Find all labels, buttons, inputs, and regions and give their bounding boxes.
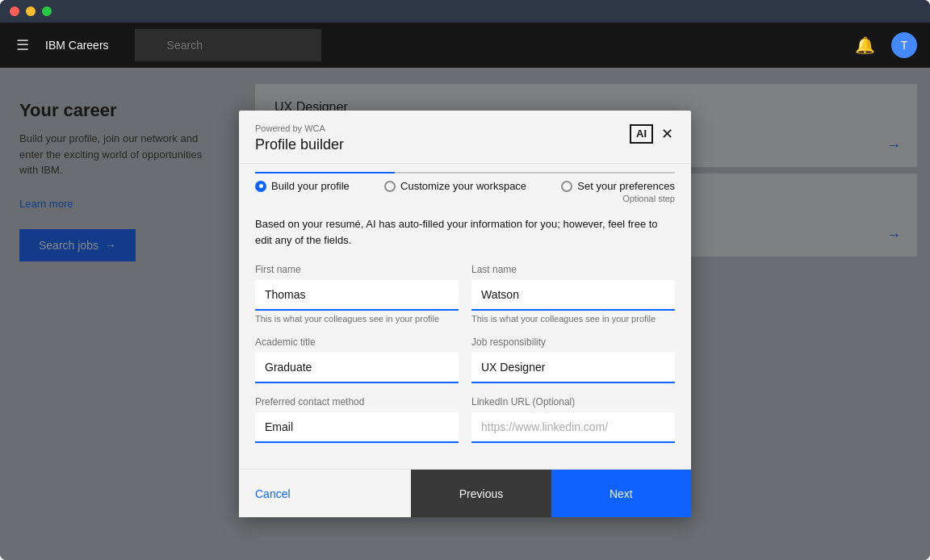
profile-builder-modal: Powered by WCA Profile builder AI ✕ — [239, 111, 691, 517]
close-button[interactable]: ✕ — [660, 123, 675, 144]
job-responsibility-group: Job responsibility — [471, 336, 675, 383]
step-1-label: Build your profile — [271, 180, 350, 192]
linkedin-label: LinkedIn URL (Optional) — [471, 396, 675, 407]
academic-title-group: Academic title — [255, 336, 459, 383]
avatar[interactable]: T — [891, 32, 917, 58]
step-1-icon — [255, 181, 266, 192]
preferred-contact-input[interactable] — [255, 412, 459, 443]
last-name-group: Last name This is what your colleagues s… — [471, 264, 675, 324]
modal-header-right: AI ✕ — [630, 123, 675, 144]
modal-title: Profile builder — [255, 136, 344, 153]
next-label: Next — [610, 487, 633, 500]
job-responsibility-label: Job responsibility — [471, 336, 675, 348]
first-name-input[interactable] — [255, 280, 459, 311]
ai-badge: AI — [630, 124, 653, 144]
modal-body: Based on your resumé, AI has auto-filled… — [239, 203, 691, 469]
notification-bell-icon[interactable]: 🔔 — [852, 32, 878, 58]
first-name-group: First name This is what your colleagues … — [255, 264, 459, 324]
modal-header: Powered by WCA Profile builder AI ✕ — [239, 111, 691, 164]
first-name-hint: This is what your colleagues see in your… — [255, 314, 459, 324]
topnav: ☰ IBM Careers 🔍 🔔 T — [0, 23, 930, 68]
last-name-hint: This is what your colleagues see in your… — [471, 314, 675, 324]
first-name-label: First name — [255, 264, 459, 275]
brand-name: IBM Careers — [45, 39, 109, 52]
modal-header-left: Powered by WCA Profile builder — [255, 123, 344, 153]
step-2-label: Customize your workspace — [400, 180, 526, 192]
step-2: Customize your workspace — [384, 180, 526, 192]
job-responsibility-input[interactable] — [471, 353, 675, 383]
step-3-icon — [561, 181, 572, 192]
academic-title-label: Academic title — [255, 336, 459, 348]
title-bar — [0, 0, 930, 23]
form-row-title-job: Academic title Job responsibility — [255, 336, 675, 383]
footer-next-section[interactable]: Next — [551, 470, 691, 517]
progress-bar — [255, 172, 675, 173]
search-wrapper: 🔍 — [135, 29, 480, 61]
main-area: Your career Build your profile, join our… — [0, 68, 930, 560]
global-search-input[interactable] — [135, 29, 321, 61]
last-name-label: Last name — [471, 264, 675, 275]
prev-label: Previous — [459, 487, 503, 500]
modal-footer: Cancel Previous Next — [239, 469, 691, 517]
steps-section: Build your profile Customize your worksp… — [239, 164, 691, 203]
academic-title-input[interactable] — [255, 353, 459, 383]
step-3-optional: Optional step — [622, 194, 675, 203]
window: ☰ IBM Careers 🔍 🔔 T Your career Build yo… — [0, 0, 930, 560]
step-3: Set your preferences Optional step — [561, 180, 675, 203]
form-row-contact-linkedin: Preferred contact method LinkedIn URL (O… — [255, 396, 675, 443]
linkedin-group: LinkedIn URL (Optional) — [471, 396, 675, 443]
last-name-input[interactable] — [471, 280, 675, 311]
dot-green[interactable] — [42, 6, 52, 16]
ai-info-text: Based on your resumé, AI has auto-filled… — [255, 216, 675, 248]
step-3-label: Set your preferences — [577, 180, 675, 192]
cancel-button[interactable]: Cancel — [255, 487, 291, 500]
powered-by-label: Powered by WCA — [255, 123, 344, 133]
footer-cancel-section: Cancel — [239, 470, 411, 517]
dot-yellow[interactable] — [26, 6, 36, 16]
menu-icon[interactable]: ☰ — [13, 33, 32, 57]
preferred-contact-label: Preferred contact method — [255, 396, 459, 407]
form-row-name: First name This is what your colleagues … — [255, 264, 675, 324]
dot-red[interactable] — [10, 6, 19, 16]
step-1: Build your profile — [255, 180, 350, 192]
step-1-inner — [259, 184, 263, 188]
modal-overlay: Powered by WCA Profile builder AI ✕ — [0, 68, 930, 560]
steps-labels: Build your profile Customize your worksp… — [255, 180, 675, 203]
progress-fill — [255, 172, 395, 173]
preferred-contact-group: Preferred contact method — [255, 396, 459, 443]
linkedin-input[interactable] — [471, 412, 675, 443]
progress-empty — [395, 172, 675, 173]
step-2-icon — [384, 181, 396, 192]
footer-prev-section[interactable]: Previous — [411, 470, 551, 517]
